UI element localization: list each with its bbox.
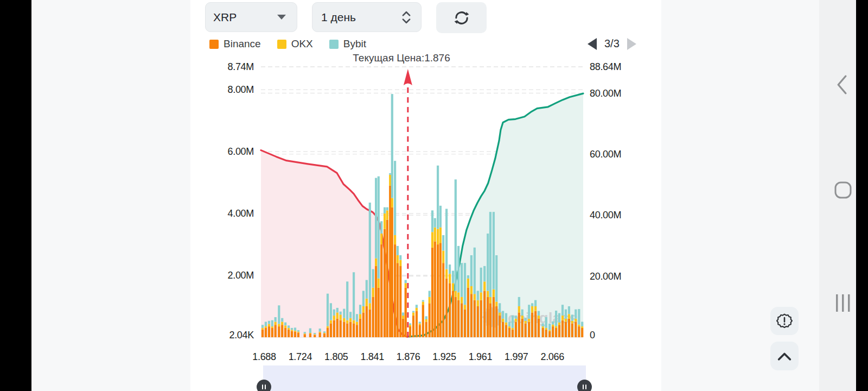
depth-bar-segment <box>399 266 401 337</box>
depth-bar-segment <box>422 305 424 337</box>
depth-bar-segment <box>461 297 463 303</box>
depth-bar-segment <box>538 316 540 319</box>
depth-bar-segment <box>281 325 283 337</box>
depth-bar-segment <box>340 312 342 315</box>
depth-bar-segment <box>493 212 495 289</box>
alert-badge-icon <box>776 313 793 329</box>
depth-bar-segment <box>477 291 479 300</box>
depth-bar-segment <box>518 306 520 312</box>
depth-bar-segment <box>480 268 482 293</box>
android-recents-icon[interactable] <box>835 294 851 312</box>
depth-bar-segment <box>391 198 393 207</box>
page-prev-icon[interactable] <box>588 38 597 50</box>
depth-bar-segment <box>581 326 583 328</box>
depth-bar-segment <box>384 229 386 337</box>
axis-tick-label: 8.74M <box>227 61 254 72</box>
depth-bar-segment <box>294 332 296 337</box>
depth-bar-segment <box>333 310 335 316</box>
android-home-icon[interactable] <box>834 181 852 199</box>
page-next-icon[interactable] <box>627 38 636 50</box>
depth-bar-segment <box>538 319 540 337</box>
depth-bar-segment <box>386 220 388 338</box>
depth-bar-segment <box>470 255 473 286</box>
depth-bar-segment <box>449 283 451 337</box>
depth-bar-segment <box>304 334 306 337</box>
depth-bar-segment <box>515 316 517 319</box>
depth-bar-segment <box>548 324 551 330</box>
depth-bar-segment <box>380 234 382 244</box>
depth-bar-segment <box>483 266 486 282</box>
depth-bar-segment <box>508 326 510 328</box>
depth-bar-segment <box>399 260 401 266</box>
depth-bar-segment <box>314 333 316 334</box>
depth-bar-segment <box>402 312 404 316</box>
depth-bar-segment <box>439 228 442 243</box>
depth-bar-segment <box>349 312 352 318</box>
depth-bar-segment <box>442 235 444 251</box>
depth-bar-segment <box>399 255 401 260</box>
depth-bar-segment <box>561 305 564 316</box>
symbol-select[interactable]: XRP <box>205 2 297 32</box>
depth-bar-segment <box>359 305 361 314</box>
android-back-icon[interactable] <box>834 75 850 94</box>
depth-bar-segment <box>356 322 358 325</box>
depth-bar-segment <box>508 322 510 327</box>
depth-bar-segment <box>278 326 280 337</box>
depth-bar-segment <box>467 275 469 279</box>
depth-bar-segment <box>394 235 396 244</box>
depth-bar-segment <box>384 207 386 213</box>
brush-handle-right[interactable] <box>577 380 592 391</box>
alert-badge-button[interactable] <box>770 307 799 335</box>
refresh-button[interactable] <box>436 2 487 33</box>
depth-bar-segment <box>431 248 433 337</box>
axis-tick-label: 2.066 <box>540 351 564 362</box>
depth-bar-segment <box>531 303 533 306</box>
depth-bar-segment <box>346 281 348 320</box>
depth-bar-segment <box>495 306 497 337</box>
depth-bar-segment <box>416 311 418 337</box>
depth-bar-segment <box>330 323 332 337</box>
depth-bar-segment <box>346 323 348 337</box>
depth-bar-segment <box>366 280 368 299</box>
grip-icon <box>583 384 584 389</box>
depth-bar-segment <box>483 291 486 338</box>
depth-bar-segment <box>380 244 382 337</box>
legend-item-bybit[interactable]: Bybit <box>329 38 366 50</box>
depth-bar-segment <box>375 258 377 266</box>
depth-bar-segment <box>439 206 442 228</box>
depth-bar-segment <box>359 314 361 319</box>
depth-bar-segment <box>333 316 335 320</box>
depth-bar-segment <box>452 291 454 338</box>
depth-bar-segment <box>542 328 544 337</box>
depth-bar-segment <box>558 313 560 323</box>
brush-handle-left[interactable] <box>257 380 271 391</box>
chart-pagination: 3/3 <box>588 37 636 50</box>
depth-bar-segment <box>442 251 444 263</box>
scroll-top-button[interactable] <box>770 342 799 370</box>
depth-bar-segment <box>505 323 507 325</box>
depth-bar-segment <box>378 279 380 288</box>
depth-bar-segment <box>380 221 382 234</box>
interval-select[interactable]: 1 день <box>312 2 422 32</box>
depth-bar-segment <box>431 232 433 248</box>
depth-bar-segment <box>581 328 583 337</box>
grip-icon <box>265 384 266 389</box>
depth-bar-segment <box>474 248 476 294</box>
depth-bar-segment <box>284 325 286 328</box>
depth-bar-segment <box>288 330 290 337</box>
range-brush[interactable] <box>263 365 586 391</box>
depth-bar-segment <box>487 234 489 291</box>
depth-bar-segment <box>515 322 517 338</box>
chart-legend: Binance OKX Bybit <box>209 38 366 50</box>
legend-item-binance[interactable]: Binance <box>209 38 261 50</box>
current-price-arrow-icon <box>404 69 412 85</box>
depth-bar-segment <box>319 329 321 332</box>
depth-bar-segment <box>419 325 421 337</box>
axis-tick-label: 1.688 <box>252 351 276 362</box>
depth-bar-segment <box>340 320 342 337</box>
depth-bar-segment <box>571 321 573 324</box>
depth-bar-segment <box>534 311 537 337</box>
legend-item-okx[interactable]: OKX <box>277 38 313 50</box>
depth-bar-segment <box>538 311 540 316</box>
grip-icon <box>262 384 263 389</box>
